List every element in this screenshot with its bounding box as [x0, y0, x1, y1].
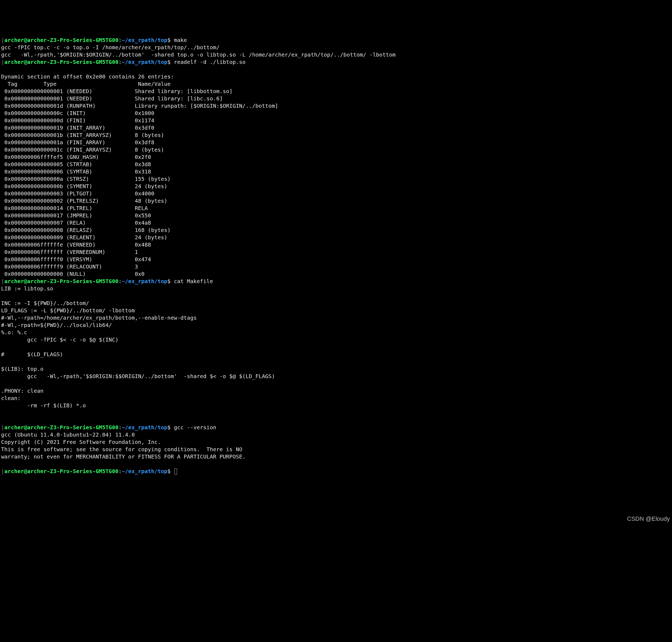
readelf-row: 0x0000000000000008 (RELASZ) 168 (bytes) [1, 227, 170, 233]
readelf-row: 0x000000000000001c (FINI_ARRAYSZ) 8 (byt… [1, 146, 164, 153]
readelf-row: 0x0000000000000017 (JMPREL) 0x550 [1, 212, 151, 219]
gcc-version-line: gcc (Ubuntu 11.4.0-1ubuntu1~22.04) 11.4.… [1, 432, 135, 438]
readelf-row: 0x000000000000000c (INIT) 0x1000 [1, 110, 154, 116]
readelf-row: 0x0000000000000001 (NEEDED) Shared libra… [1, 88, 232, 94]
gcc-version-line: This is free software; see the source fo… [1, 446, 242, 452]
prompt-path: ~/ex_rpath/top [122, 59, 168, 65]
prompt-dollar: $ [167, 424, 170, 431]
readelf-header: Dynamic section at offset 0x2e00 contain… [1, 73, 174, 80]
prompt-sep: : [118, 278, 122, 284]
makefile-line: -rm -rf $(LIB) *.o [1, 402, 86, 409]
prompt-dollar: $ [167, 59, 170, 65]
prompt-marker: | [1, 468, 4, 474]
prompt-path: ~/ex_rpath/top [122, 37, 168, 43]
makefile-line: LIB := libtop.so [1, 285, 53, 292]
prompt-sep: : [118, 37, 122, 43]
command-readelf: readelf -d ./libtop.so [174, 59, 245, 65]
prompt-path: ~/ex_rpath/top [122, 468, 168, 474]
command-make: make [174, 37, 187, 43]
makefile-line: #-Wl,--rpath=/home/archer/ex_rpath/botto… [1, 314, 196, 321]
prompt-user: archer@archer-Z3-Pro-Series-GM5TG00 [4, 59, 118, 65]
prompt-user: archer@archer-Z3-Pro-Series-GM5TG00 [4, 424, 118, 431]
prompt-user: archer@archer-Z3-Pro-Series-GM5TG00 [4, 468, 118, 474]
prompt-marker: | [1, 37, 4, 43]
readelf-row: 0x000000006fffffff (VERNEEDNUM) 1 [1, 249, 138, 255]
prompt-marker: | [1, 278, 4, 284]
readelf-row: 0x0000000000000003 (PLTGOT) 0x4000 [1, 190, 154, 197]
makefile-line: #-Wl,-rpath=${PWD}/../local/lib64/ [1, 322, 112, 328]
readelf-row: 0x0000000000000007 (RELA) 0x4a8 [1, 219, 151, 226]
readelf-row: 0x000000000000000b (SYMENT) 24 (bytes) [1, 183, 167, 190]
readelf-row: 0x000000000000000a (STRSZ) 155 (bytes) [1, 176, 170, 182]
readelf-row: 0x000000000000001b (INIT_ARRAYSZ) 8 (byt… [1, 132, 164, 138]
prompt-user: archer@archer-Z3-Pro-Series-GM5TG00 [4, 278, 118, 284]
prompt-dollar: $ [167, 468, 170, 474]
command-gcc-version: gcc --version [174, 424, 216, 431]
prompt-sep: : [118, 59, 122, 65]
prompt-dollar: $ [167, 37, 170, 43]
readelf-row: 0x000000006ffffff9 (RELACOUNT) 3 [1, 264, 138, 270]
terminal[interactable]: |archer@archer-Z3-Pro-Series-GM5TG00:~/e… [0, 29, 672, 475]
makefile-line: INC := -I ${PWD}/../bottom/ [1, 300, 89, 306]
readelf-row: 0x0000000000000019 (INIT_ARRAY) 0x3df0 [1, 125, 154, 131]
makefile-line: # $(LD_FLAGS) [1, 351, 63, 358]
readelf-row: 0x0000000000000005 (STRTAB) 0x3d8 [1, 161, 151, 168]
makefile-line: clean: [1, 395, 21, 401]
cursor[interactable] [174, 468, 177, 474]
watermark: CSDN @Eloudy [627, 515, 670, 523]
readelf-row: 0x0000000000000009 (RELAENT) 24 (bytes) [1, 234, 167, 241]
prompt-sep: : [118, 468, 122, 474]
readelf-row: 0x0000000000000002 (PLTRELSZ) 48 (bytes) [1, 197, 167, 204]
prompt-marker: | [1, 59, 4, 65]
readelf-row: 0x0000000000000000 (NULL) 0x0 [1, 271, 144, 277]
prompt-path: ~/ex_rpath/top [122, 424, 168, 431]
make-output-line1: gcc -fPIC top.c -c -o top.o -I /home/arc… [1, 44, 219, 51]
readelf-row: 0x000000000000000d (FINI) 0x1174 [1, 117, 154, 124]
makefile-line: LD_FLAGS := -L ${PWD}/../bottom/ -lbotto… [1, 307, 135, 314]
gcc-version-line: Copyright (C) 2021 Free Software Foundat… [1, 439, 161, 445]
command-cat-makefile: cat Makefile [174, 278, 213, 284]
readelf-row: 0x0000000000000006 (SYMTAB) 0x318 [1, 168, 151, 175]
prompt-sep: : [118, 424, 122, 431]
readelf-row: 0x000000006ffffef5 (GNU_HASH) 0x2f0 [1, 154, 151, 160]
readelf-row: 0x000000000000001d (RUNPATH) Library run… [1, 103, 278, 109]
readelf-row: 0x000000000000001a (FINI_ARRAY) 0x3df8 [1, 139, 154, 146]
makefile-line: .PHONY: clean [1, 388, 43, 394]
gcc-version-line: warranty; not even for MERCHANTABILITY o… [1, 453, 245, 460]
make-output-line2: gcc -Wl,-rpath,'$ORIGIN:$ORIGIN/../botto… [1, 51, 395, 58]
makefile-line: gcc -fPIC $< -c -o $@ $(INC) [1, 336, 118, 343]
prompt-path: ~/ex_rpath/top [122, 278, 168, 284]
readelf-columns: Tag Type Name/Value [1, 81, 170, 87]
prompt-marker: | [1, 424, 4, 431]
readelf-row: 0x000000006ffffffe (VERNEED) 0x488 [1, 241, 151, 248]
prompt-dollar: $ [167, 278, 170, 284]
prompt-user: archer@archer-Z3-Pro-Series-GM5TG00 [4, 37, 118, 43]
makefile-line: $(LIB): top.o [1, 365, 43, 372]
makefile-line: gcc -Wl,-rpath,'$$ORIGIN:$$ORIGIN/../bot… [1, 373, 275, 380]
readelf-row: 0x000000006ffffff0 (VERSYM) 0x474 [1, 256, 151, 262]
readelf-row: 0x0000000000000001 (NEEDED) Shared libra… [1, 95, 223, 102]
makefile-line: %.o: %.c [1, 329, 27, 336]
readelf-row: 0x0000000000000014 (PLTREL) RELA [1, 205, 148, 211]
